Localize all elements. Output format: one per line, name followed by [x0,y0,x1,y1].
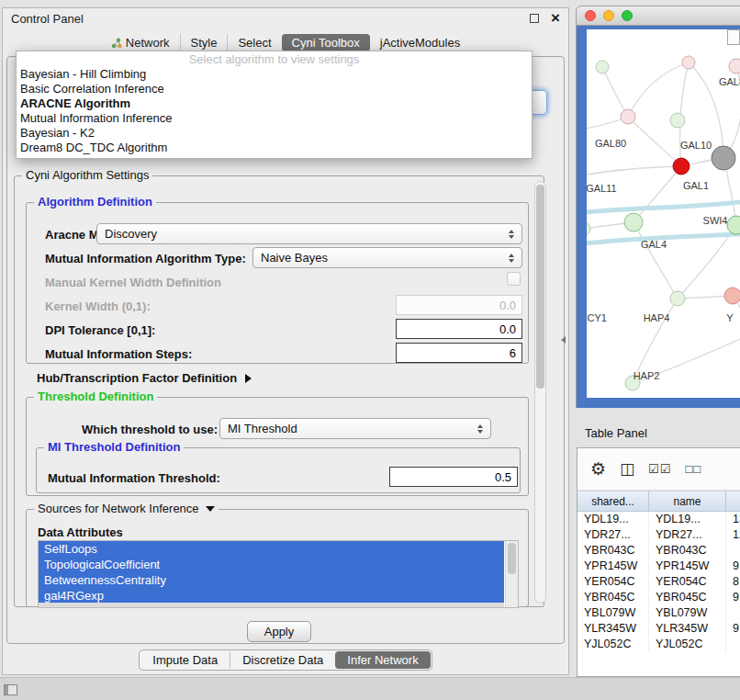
columns-icon[interactable]: ◫ [620,459,634,479]
network-node[interactable] [621,109,635,124]
network-node[interactable] [712,146,735,170]
table-row[interactable]: YER054CYER054C8. [577,574,740,590]
scrollbar-thumb[interactable] [536,185,544,389]
network-edge [633,222,678,299]
which-threshold-combobox[interactable]: MI Threshold [219,418,491,439]
float-window-icon[interactable] [530,14,539,23]
settings-scrollbar[interactable] [534,181,546,604]
table-row[interactable]: YBL079WYBL079W [577,605,740,621]
list-horizontal-scrollbar[interactable] [39,603,504,607]
table-cell: YJL052C [577,637,649,652]
network-node[interactable] [596,61,609,73]
deselect-all-icon[interactable]: □□ [685,462,701,476]
mi-threshold-label: Mutual Information Threshold: [48,470,220,486]
network-window-titlebar[interactable] [576,6,740,26]
table-row[interactable]: YPR145WYPR145W9. [577,559,740,574]
table-row[interactable]: YBR043CYBR043C [577,543,740,559]
network-window-frame: GAL8GAL80GAL10GAL11GAL1SWI4GAL4GCY1HAP4Y… [576,26,740,408]
algorithm-option[interactable]: Dream8 DC_TDC Algorithm [17,141,532,155]
mac-zoom-icon[interactable] [622,10,633,21]
bottom-tab-discretize-data[interactable]: Discretize Data [230,651,335,669]
navigator-corner-icon[interactable] [727,29,740,45]
network-node[interactable] [587,221,590,236]
table-cell: YLR345W [577,621,649,637]
attribute-item[interactable]: gal4RGexp [39,588,504,604]
table-row[interactable]: YDR27...YDR27...12 [577,527,740,543]
table-cell: YBR043C [649,543,726,559]
mi-algorithm-type-combobox[interactable]: Naive Bayes [252,247,522,268]
network-node[interactable] [670,113,685,128]
algorithm-option[interactable]: Mutual Information Inference [17,111,532,126]
scrollbar-thumb[interactable] [508,543,516,574]
mac-minimize-icon[interactable] [603,10,614,21]
tab-network[interactable]: Network [101,34,180,51]
column-header[interactable]: name [649,491,726,512]
network-node[interactable] [673,158,690,175]
network-node[interactable] [724,288,740,304]
node-label: GCY1 [587,312,607,323]
algorithm-option[interactable]: Basic Correlation Inference [17,82,532,96]
network-node[interactable] [727,216,740,234]
mi-threshold-input[interactable] [389,467,518,487]
expand-right-icon [245,374,252,383]
dpi-tolerance-label: DPI Tolerance [0,1]: [45,322,155,338]
apply-button[interactable]: Apply [247,621,311,642]
manual-kernel-checkbox[interactable] [507,272,521,286]
panel-collapse-arrow[interactable] [561,336,566,344]
bottom-tab-infer-network[interactable]: Infer Network [335,651,430,669]
table-row[interactable]: YJL052CYJL052C [577,637,740,652]
network-edge [587,166,681,176]
network-node[interactable] [624,213,643,231]
network-node[interactable] [682,56,695,69]
kernel-width-input[interactable] [396,295,522,315]
combo-stepper-icon [473,424,488,434]
panel-toggle-icon[interactable] [4,684,17,695]
tab-select[interactable]: Select [227,34,281,51]
attribute-item[interactable]: TopologicalCoefficient [39,557,504,572]
network-canvas[interactable]: GAL8GAL80GAL10GAL11GAL1SWI4GAL4GCY1HAP4Y… [587,29,740,398]
mac-close-icon[interactable] [585,10,596,21]
tab-jactivemodules[interactable]: jActiveModules [370,34,470,51]
algorithm-option[interactable]: Bayesian - K2 [17,126,532,141]
group-title: Cyni Algorithm Settings [22,168,152,182]
table-row[interactable]: YBR045CYBR045C9. [577,590,740,605]
table-cell: YBR043C [577,543,649,559]
network-node[interactable] [729,59,740,73]
list-scrollbar[interactable] [505,541,518,607]
attribute-item[interactable]: BetweennessCentrality [39,572,504,588]
algorithm-definition-group: Algorithm Definition Aracne Mode: Discov… [26,202,529,364]
tab-cyni-toolbox[interactable]: Cyni Toolbox [282,34,370,51]
network-node[interactable] [670,291,685,306]
algorithm-option[interactable]: Bayesian - Hill Climbing [17,67,532,82]
network-edge [602,67,628,117]
dpi-tolerance-input[interactable] [396,319,522,339]
select-all-icon[interactable]: ☑☑ [648,462,671,476]
tab-style[interactable]: Style [180,34,228,51]
table-row[interactable]: YLR345WYLR345W9. [577,621,740,637]
collapse-down-icon [206,506,215,512]
tab-label: Network [126,36,170,50]
table-body: YDL19...YDL19...13YDR27...YDR27...12YBR0… [577,512,740,652]
table-cell: YPR145W [577,559,649,574]
close-icon[interactable]: × [551,13,560,24]
combobox-value: Discovery [105,227,504,241]
algorithm-option[interactable]: ARACNE Algorithm [17,96,532,111]
table-cell: YJL052C [649,637,726,652]
bottom-tab-impute-data[interactable]: Impute Data [140,651,230,669]
gear-icon[interactable]: ⚙ [590,458,606,480]
sources-label: Sources for Network Inference [38,502,199,515]
bottom-tab-bar: Impute DataDiscretize DataInfer Network [3,649,568,671]
table-panel-title: Table Panel [585,426,647,440]
table-row[interactable]: YDL19...YDL19...13 [577,512,740,527]
data-attributes-list: SelfLoopsTopologicalCoefficientBetweenne… [38,540,519,608]
node-label: GAL4 [641,239,667,250]
column-header[interactable]: shared... [577,491,649,512]
hub-definition-expander[interactable]: Hub/Transcription Factor Definition [37,371,252,385]
aracne-mode-combobox[interactable]: Discovery [96,223,522,244]
control-panel-titlebar[interactable]: Control Panel × [3,8,568,28]
dropdown-placeholder: Select algorithm to view settings [17,51,532,67]
sources-section-header[interactable]: Sources for Network Inference [34,502,219,515]
attribute-item[interactable]: SelfLoops [39,541,504,557]
mi-steps-input[interactable] [396,343,522,363]
column-header[interactable] [726,491,740,512]
